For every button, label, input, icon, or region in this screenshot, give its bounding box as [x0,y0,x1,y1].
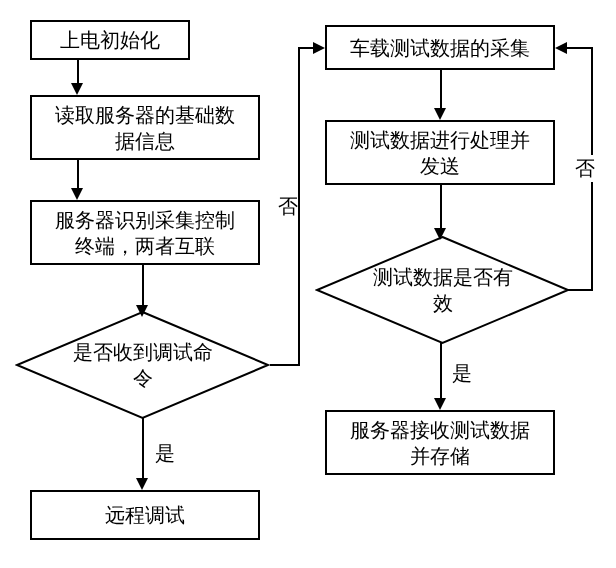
arrow-read-identify [77,160,79,190]
label-valid-yes: 是 [452,360,472,387]
node-store-text: 服务器接收测试数据 并存储 [350,417,530,469]
node-read-base-text: 读取服务器的基础数 据信息 [55,102,235,154]
arrow-process-valid [440,185,442,233]
arrow-valid-store-head [434,398,446,410]
arrow-read-identify-head [71,188,83,200]
arrow-valid-no-h2 [565,47,593,49]
arrow-debug-no-v [298,47,300,366]
arrow-debug-no-head [313,42,325,54]
node-store: 服务器接收测试数据 并存储 [325,410,555,475]
arrow-debug-remote [142,418,144,480]
node-debug-cmd-text: 是否收到调试命 令 [73,339,213,391]
node-remote-debug-text: 远程调试 [105,502,185,528]
arrow-valid-no-head [555,42,567,54]
arrow-debug-remote-head [136,478,148,490]
arrow-collect-process-head [434,108,446,120]
arrow-collect-process [440,70,442,110]
arrow-debug-no-h [270,364,300,366]
node-process-send-text: 测试数据进行处理并 发送 [350,127,530,179]
arrow-init-read [77,60,79,85]
node-init-text: 上电初始化 [60,27,160,53]
node-server-identify-text: 服务器识别采集控制 终端，两者互联 [55,207,235,259]
node-read-base: 读取服务器的基础数 据信息 [30,95,260,160]
node-debug-cmd: 是否收到调试命 令 [15,310,270,420]
arrow-process-valid-head [434,228,446,240]
node-process-send: 测试数据进行处理并 发送 [325,120,555,185]
node-valid-check: 测试数据是否有 效 [315,235,570,345]
node-remote-debug: 远程调试 [30,490,260,540]
node-collect: 车载测试数据的采集 [325,25,555,70]
arrow-valid-store [440,343,442,400]
node-init: 上电初始化 [30,20,190,60]
label-valid-no: 否 [575,155,595,182]
node-valid-check-text: 测试数据是否有 效 [373,264,513,316]
arrow-valid-no-h [568,289,593,291]
arrow-init-read-head [71,83,83,95]
label-debug-no: 否 [278,193,298,220]
arrow-identify-debug-head [136,305,148,317]
label-debug-yes: 是 [155,440,175,467]
node-collect-text: 车载测试数据的采集 [350,35,530,61]
node-server-identify: 服务器识别采集控制 终端，两者互联 [30,200,260,265]
